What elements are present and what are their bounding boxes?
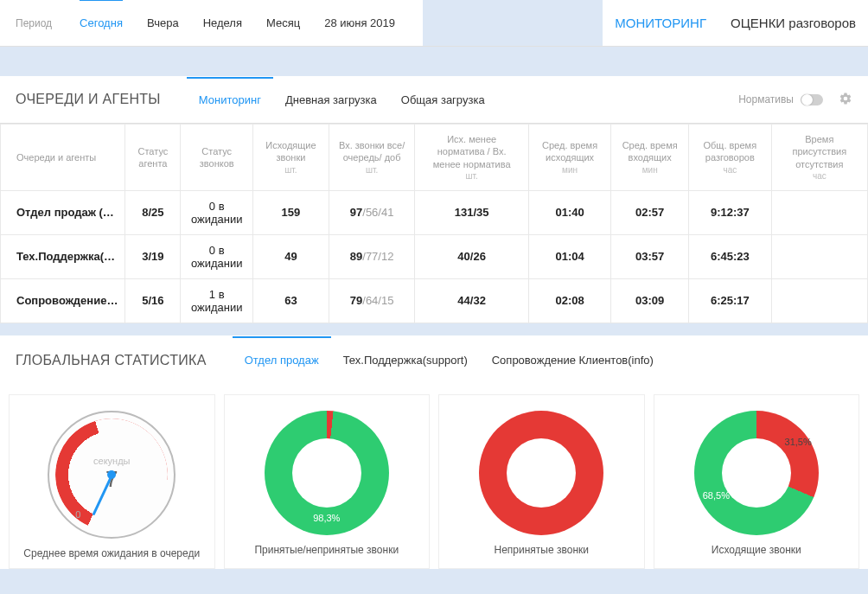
- card-missed-label: Непринятые звонки: [446, 544, 637, 556]
- cell-total: 6:25:17: [689, 278, 772, 323]
- card-avg-wait-label: Среднее время ожидания в очереди: [16, 547, 207, 559]
- table-row[interactable]: Отдел продаж (…8/250 в ожидании15997/56/…: [1, 190, 868, 234]
- donut-out-pct-b: 31,5%: [785, 437, 812, 447]
- cell-out: 159: [253, 190, 329, 234]
- cell-avg-out: 02:08: [528, 278, 610, 323]
- norms-toggle[interactable]: [801, 94, 823, 105]
- cell-name: Сопровождение…: [1, 278, 125, 323]
- period-tab-yesterday[interactable]: Вчера: [147, 0, 179, 46]
- queues-section-head: ОЧЕРЕДИ И АГЕНТЫ Мониторинг Дневная загр…: [0, 76, 868, 124]
- period-tabs: Период Сегодня Вчера Неделя Месяц 28 июн…: [0, 0, 423, 46]
- cell-out: 49: [253, 234, 329, 278]
- cell-presence: [771, 234, 867, 278]
- cell-in: 79/64/15: [329, 278, 415, 323]
- gauge-zero: 0: [75, 509, 80, 520]
- gs-tab-sales[interactable]: Отдел продаж: [233, 336, 331, 384]
- card-avg-wait: секунды 7 0 Среднее время ожидания в оче…: [9, 394, 215, 569]
- gs-tab-info[interactable]: Сопровождение Клиентов(info): [480, 336, 666, 384]
- global-stats-head: ГЛОБАЛЬНАЯ СТАТИСТИКА Отдел продаж Тех.П…: [0, 335, 868, 386]
- card-outgoing: 31,5% 68,5% Исходящие звонки: [654, 394, 860, 569]
- col-presence: Время присутствия отсутствиячас: [771, 125, 867, 191]
- gs-tab-support[interactable]: Тех.Поддержка(support): [331, 336, 480, 384]
- cell-in: 97/56/41: [329, 190, 415, 234]
- col-name: Очереди и агенты: [1, 125, 125, 191]
- card-missed: Непринятые звонки: [438, 394, 645, 569]
- donut-accepted: 98,3%: [265, 411, 389, 535]
- table-row[interactable]: Тех.Поддержка(…3/190 в ожидании4989/77/1…: [1, 234, 868, 278]
- donut-missed: [479, 411, 603, 535]
- cell-norm: 131/35: [415, 190, 528, 234]
- tab-monitoring[interactable]: МОНИТОРИНГ: [603, 0, 718, 46]
- cell-total: 9:12:37: [689, 190, 772, 234]
- period-tab-week[interactable]: Неделя: [203, 0, 242, 46]
- table-row[interactable]: Сопровождение…5/161 в ожидании6379/64/15…: [1, 278, 868, 323]
- cell-call-status: 0 в ожидании: [181, 190, 253, 234]
- col-agent-status: Статус агента: [125, 125, 181, 191]
- col-incoming: Вх. звонки все/ очередь/ добшт.: [329, 125, 415, 191]
- cell-avg-in: 03:57: [611, 234, 689, 278]
- cell-norm: 44/32: [415, 278, 528, 323]
- col-call-status: Статус звонков: [181, 125, 253, 191]
- card-outgoing-label: Исходящие звонки: [661, 544, 852, 556]
- top-nav-tabs: МОНИТОРИНГ ОЦЕНКИ разговоров: [603, 0, 868, 46]
- cell-avg-in: 02:57: [611, 190, 689, 234]
- cell-presence: [771, 278, 867, 323]
- queues-title: ОЧЕРЕДИ И АГЕНТЫ: [16, 76, 187, 123]
- cell-avg-out: 01:04: [528, 234, 610, 278]
- stat-cards: секунды 7 0 Среднее время ожидания в оче…: [0, 386, 868, 569]
- gauge-chart: секунды 7 0: [48, 411, 176, 539]
- norms-label: Нормативы: [738, 93, 794, 105]
- queues-table: Очереди и агенты Статус агента Статус зв…: [0, 124, 868, 323]
- card-accepted: 98,3% Принятые/непринятые звонки: [224, 394, 431, 569]
- cell-presence: [771, 190, 867, 234]
- cell-name: Отдел продаж (…: [1, 190, 125, 234]
- cell-agent: 3/19: [125, 234, 181, 278]
- cell-in: 89/77/12: [329, 234, 415, 278]
- queues-subtab-monitoring[interactable]: Мониторинг: [187, 78, 273, 122]
- queues-subtab-daily[interactable]: Дневная загрузка: [273, 78, 389, 122]
- period-label: Период: [16, 17, 52, 29]
- period-tab-date[interactable]: 28 июня 2019: [324, 0, 395, 46]
- cell-norm: 40/26: [415, 234, 528, 278]
- global-stats-title: ГЛОБАЛЬНАЯ СТАТИСТИКА: [16, 335, 233, 386]
- donut-accepted-pct: 98,3%: [313, 513, 340, 523]
- donut-outgoing: 31,5% 68,5%: [694, 411, 819, 535]
- card-accepted-label: Принятые/непринятые звонки: [232, 544, 423, 556]
- cell-avg-in: 03:09: [611, 278, 689, 323]
- tab-ratings[interactable]: ОЦЕНКИ разговоров: [718, 0, 868, 46]
- cell-total: 6:45:23: [689, 234, 772, 278]
- col-total: Общ. время разговоровчас: [689, 125, 772, 191]
- cell-avg-out: 01:40: [528, 190, 610, 234]
- cell-agent: 5/16: [125, 278, 181, 323]
- col-avg-out: Сред. время исходящихмин: [528, 125, 610, 191]
- topbar: Период Сегодня Вчера Неделя Месяц 28 июн…: [0, 0, 868, 47]
- donut-out-pct-a: 68,5%: [703, 490, 730, 501]
- gear-icon[interactable]: [839, 92, 852, 108]
- cell-name: Тех.Поддержка(…: [1, 234, 125, 278]
- cell-agent: 8/25: [125, 190, 181, 234]
- col-avg-in: Сред. время входящихмин: [611, 125, 689, 191]
- cell-out: 63: [253, 278, 329, 323]
- period-tab-today[interactable]: Сегодня: [80, 0, 123, 46]
- gauge-unit: секунды: [93, 456, 130, 466]
- col-outgoing: Исходящие звонкишт.: [253, 125, 329, 191]
- cell-call-status: 1 в ожидании: [181, 278, 253, 323]
- period-tab-month[interactable]: Месяц: [266, 0, 300, 46]
- col-norm: Исх. менее норматива / Вх. менее нормати…: [415, 125, 528, 191]
- cell-call-status: 0 в ожидании: [181, 234, 253, 278]
- queues-subtab-total[interactable]: Общая загрузка: [389, 78, 497, 122]
